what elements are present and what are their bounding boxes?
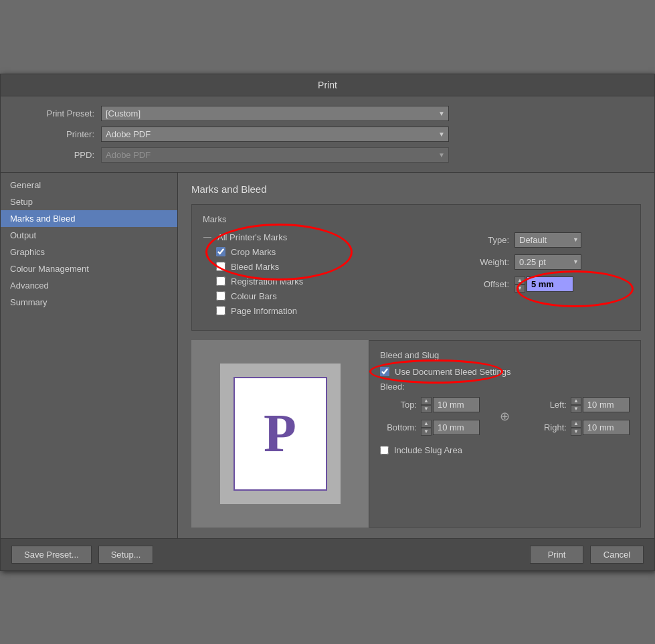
crop-marks-label[interactable]: Crop Marks xyxy=(231,247,276,257)
top-down-arrow[interactable]: ▼ xyxy=(421,405,432,413)
include-slug-row: Include Slug Area xyxy=(380,445,630,455)
sidebar-item-marks-and-bleed[interactable]: Marks and Bleed xyxy=(1,210,177,227)
colour-bars-checkbox[interactable] xyxy=(216,291,225,301)
footer-left: Save Preset... Setup... xyxy=(11,546,153,564)
crop-marks-row: Crop Marks xyxy=(216,247,449,257)
marks-panel: Marks — All Printer's Marks xyxy=(191,204,641,331)
right-spinner: ▲ ▼ xyxy=(571,420,630,436)
bottom-input[interactable] xyxy=(433,420,480,435)
link-icon: ⊕ xyxy=(500,409,510,424)
sidebar-item-advanced[interactable]: Advanced xyxy=(1,277,177,294)
left-up-arrow[interactable]: ▲ xyxy=(571,397,581,405)
marks-grid: — All Printer's Marks Crop Marks xyxy=(203,232,630,321)
offset-up-arrow[interactable]: ▲ xyxy=(514,276,525,285)
page-information-checkbox[interactable] xyxy=(216,306,225,315)
right-label: Right: xyxy=(530,422,567,432)
offset-input[interactable] xyxy=(527,276,573,292)
offset-row: Offset: ▲ ▼ xyxy=(469,276,630,293)
registration-marks-row: Registration Marks xyxy=(216,276,449,287)
section-title: Marks and Bleed xyxy=(191,183,641,195)
top-field-row: Top: ▲ ▼ xyxy=(380,397,480,413)
ppd-select[interactable]: Adobe PDF xyxy=(101,147,449,163)
crop-marks-checkbox[interactable] xyxy=(216,247,225,256)
footer: Save Preset... Setup... Print Cancel xyxy=(1,538,654,570)
weight-label: Weight: xyxy=(469,257,509,267)
sidebar-item-general[interactable]: General xyxy=(1,177,177,193)
print-button[interactable]: Print xyxy=(530,546,583,564)
bleed-content: Bleed and Slug Use Document Bleed Settin… xyxy=(369,340,641,528)
cancel-button[interactable]: Cancel xyxy=(590,546,644,564)
dialog-title: Print xyxy=(318,80,337,90)
sidebar: General Setup Marks and Bleed Output Gra… xyxy=(1,173,178,538)
preset-row: Print Preset: [Custom] xyxy=(27,106,628,121)
bottom-label: Bottom: xyxy=(380,422,417,432)
ppd-row: PPD: Adobe PDF xyxy=(27,147,628,163)
preview-box: P xyxy=(220,364,341,504)
all-printers-marks-label[interactable]: All Printer's Marks xyxy=(217,232,287,242)
preview-area: P xyxy=(191,340,369,528)
type-row: Type: Default xyxy=(469,232,630,248)
registration-marks-checkbox[interactable] xyxy=(216,276,225,286)
preset-select[interactable]: [Custom] xyxy=(101,106,449,121)
preview-letter: P xyxy=(264,403,296,464)
offset-arrows: ▲ ▼ xyxy=(514,276,525,293)
use-document-bleed-checkbox[interactable] xyxy=(380,367,389,376)
offset-label: Offset: xyxy=(469,279,509,289)
type-select-wrapper: Default xyxy=(514,232,581,248)
bottom-up-arrow[interactable]: ▲ xyxy=(421,420,432,428)
bleed-left-col: Top: ▲ ▼ Bottom: xyxy=(380,397,480,436)
right-field-row: Right: ▲ ▼ xyxy=(530,420,630,436)
registration-marks-label[interactable]: Registration Marks xyxy=(231,276,303,287)
top-arrows: ▲ ▼ xyxy=(421,397,432,413)
bottom-field-row: Bottom: ▲ ▼ xyxy=(380,420,480,436)
offset-spinner: ▲ ▼ xyxy=(514,276,573,293)
right-down-arrow[interactable]: ▼ xyxy=(571,428,581,436)
bleed-slug-title: Bleed and Slug xyxy=(380,350,630,360)
right-input[interactable] xyxy=(583,420,630,435)
preset-select-wrapper: [Custom] xyxy=(101,106,449,121)
bottom-down-arrow[interactable]: ▼ xyxy=(421,428,432,436)
sidebar-item-summary[interactable]: Summary xyxy=(1,294,177,311)
setup-button[interactable]: Setup... xyxy=(98,546,154,564)
top-label: Top: xyxy=(380,400,417,410)
bleed-fields: Top: ▲ ▼ Bottom: xyxy=(380,397,630,436)
top-input[interactable] xyxy=(433,397,480,412)
marks-left: — All Printer's Marks Crop Marks xyxy=(203,232,449,321)
colour-bars-row: Colour Bars xyxy=(216,291,449,301)
printer-select-wrapper: Adobe PDF xyxy=(101,127,449,142)
save-preset-button[interactable]: Save Preset... xyxy=(11,546,92,564)
include-slug-checkbox[interactable] xyxy=(380,446,389,455)
top-spinner: ▲ ▼ xyxy=(421,397,480,413)
type-label: Type: xyxy=(469,235,509,245)
use-document-bleed-label[interactable]: Use Document Bleed Settings xyxy=(395,367,510,377)
all-printers-marks-row: — All Printer's Marks xyxy=(203,232,449,242)
preset-label: Print Preset: xyxy=(27,108,94,118)
weight-row: Weight: 0.25 pt xyxy=(469,254,630,270)
sidebar-item-colour-management[interactable]: Colour Management xyxy=(1,260,177,277)
bleed-marks-label[interactable]: Bleed Marks xyxy=(231,262,279,272)
type-select[interactable]: Default xyxy=(514,232,581,248)
colour-bars-label[interactable]: Colour Bars xyxy=(231,291,277,301)
use-document-bleed-row: Use Document Bleed Settings xyxy=(380,367,630,377)
offset-down-arrow[interactable]: ▼ xyxy=(514,285,525,293)
left-input[interactable] xyxy=(583,397,630,412)
bleed-marks-checkbox[interactable] xyxy=(216,262,225,271)
dash-icon: — xyxy=(203,232,212,242)
content-panel: Marks and Bleed Marks — All Printer's Ma… xyxy=(178,173,654,538)
sidebar-item-setup[interactable]: Setup xyxy=(1,193,177,210)
sidebar-item-output[interactable]: Output xyxy=(1,227,177,244)
printer-select[interactable]: Adobe PDF xyxy=(101,127,449,142)
ppd-select-wrapper: Adobe PDF xyxy=(101,147,449,163)
title-bar: Print xyxy=(1,74,654,96)
top-up-arrow[interactable]: ▲ xyxy=(421,397,432,405)
bottom-spinner: ▲ ▼ xyxy=(421,420,480,436)
weight-select[interactable]: 0.25 pt xyxy=(514,254,581,270)
left-down-arrow[interactable]: ▼ xyxy=(571,405,581,413)
page-information-label[interactable]: Page Information xyxy=(231,306,297,316)
right-up-arrow[interactable]: ▲ xyxy=(571,420,581,428)
printer-label: Printer: xyxy=(27,129,94,139)
include-slug-label[interactable]: Include Slug Area xyxy=(394,445,462,455)
marks-right: Type: Default Weight: 0.25 p xyxy=(469,232,630,321)
left-arrows: ▲ ▼ xyxy=(571,397,581,413)
sidebar-item-graphics[interactable]: Graphics xyxy=(1,244,177,260)
